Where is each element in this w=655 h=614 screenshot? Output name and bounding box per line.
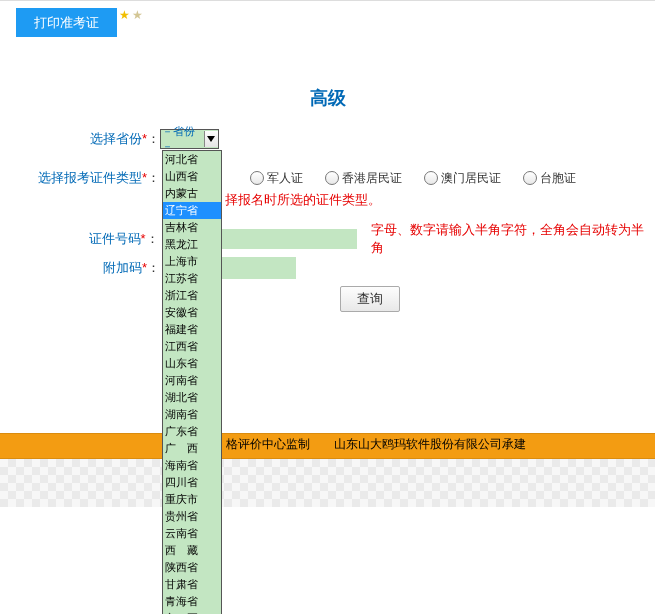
province-option[interactable]: 海南省 <box>163 457 221 474</box>
id-number-input[interactable] <box>221 229 358 249</box>
star-icon: ★ <box>119 8 130 22</box>
province-option[interactable]: 贵州省 <box>163 508 221 525</box>
star-outline-icon: ★ <box>132 8 143 22</box>
label-province: 选择省份*： <box>0 130 160 148</box>
province-option[interactable]: 内蒙古 <box>163 185 221 202</box>
tip-id-type: 择报名时所选的证件类型。 <box>225 191 381 209</box>
province-option[interactable]: 河南省 <box>163 372 221 389</box>
province-option[interactable]: 辽宁省 <box>163 202 221 219</box>
chevron-down-icon <box>204 131 218 147</box>
id-type-radio[interactable]: 台胞证 <box>523 170 576 187</box>
captcha-input[interactable] <box>222 257 296 279</box>
id-type-radio[interactable]: 澳门居民证 <box>424 170 501 187</box>
province-option[interactable]: 四川省 <box>163 474 221 491</box>
label-captcha: 附加码*： <box>0 259 160 277</box>
province-option[interactable]: 湖北省 <box>163 389 221 406</box>
radio-label: 澳门居民证 <box>441 170 501 187</box>
id-type-radio[interactable]: 香港居民证 <box>325 170 402 187</box>
province-option[interactable]: 重庆市 <box>163 491 221 508</box>
radio-label: 军人证 <box>267 170 303 187</box>
province-option[interactable]: 浙江省 <box>163 287 221 304</box>
province-option[interactable]: 河北省 <box>163 151 221 168</box>
province-option[interactable]: 云南省 <box>163 525 221 542</box>
province-option[interactable]: 广 西 <box>163 440 221 457</box>
tip-id-number: 字母、数字请输入半角字符，全角会自动转为半角 <box>371 221 655 257</box>
radio-icon <box>325 171 339 185</box>
province-option[interactable]: 江苏省 <box>163 270 221 287</box>
svg-marker-0 <box>207 136 215 142</box>
province-option[interactable]: 甘肃省 <box>163 576 221 593</box>
radio-icon <box>250 171 264 185</box>
province-dropdown[interactable]: 河北省山西省内蒙古辽宁省吉林省黑龙江上海市江苏省浙江省安徽省福建省江西省山东省河… <box>162 150 222 614</box>
province-option[interactable]: 陕西省 <box>163 559 221 576</box>
id-type-radio[interactable]: 军人证 <box>250 170 303 187</box>
province-option[interactable]: 安徽省 <box>163 304 221 321</box>
footer-text: 格评价中心监制山东山大鸥玛软件股份有限公司承建 <box>226 436 526 453</box>
province-option[interactable]: 湖南省 <box>163 406 221 423</box>
radio-label: 台胞证 <box>540 170 576 187</box>
label-id-type: 选择报考证件类型*： <box>0 169 160 187</box>
label-id-number: 证件号码*： <box>0 230 159 248</box>
province-option[interactable]: 江西省 <box>163 338 221 355</box>
province-option[interactable]: 宁 夏 <box>163 610 221 614</box>
province-option[interactable]: 西 藏 <box>163 542 221 559</box>
province-option[interactable]: 青海省 <box>163 593 221 610</box>
print-ticket-button[interactable]: 打印准考证 <box>16 8 117 37</box>
query-button[interactable]: 查询 <box>340 286 400 312</box>
province-option[interactable]: 山西省 <box>163 168 221 185</box>
radio-icon <box>424 171 438 185</box>
province-option[interactable]: 广东省 <box>163 423 221 440</box>
province-option[interactable]: 吉林省 <box>163 219 221 236</box>
radio-icon <box>523 171 537 185</box>
province-option[interactable]: 黑龙江 <box>163 236 221 253</box>
province-option[interactable]: 山东省 <box>163 355 221 372</box>
province-select[interactable]: －省份－ <box>160 129 219 149</box>
province-option[interactable]: 福建省 <box>163 321 221 338</box>
footer-checker <box>0 459 655 507</box>
page-title: 高级 <box>0 86 655 110</box>
radio-label: 香港居民证 <box>342 170 402 187</box>
province-option[interactable]: 上海市 <box>163 253 221 270</box>
